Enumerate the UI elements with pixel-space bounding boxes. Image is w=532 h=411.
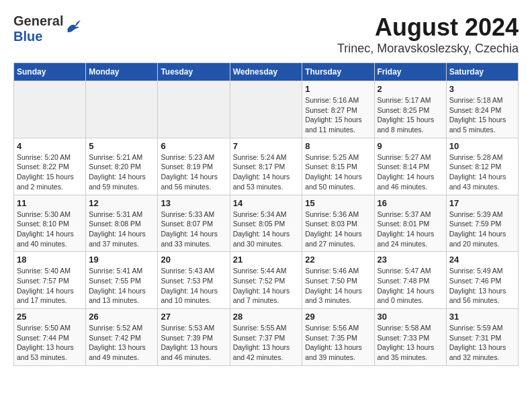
calendar-cell: 1Sunrise: 5:16 AM Sunset: 8:27 PM Daylig…: [302, 81, 374, 138]
calendar-cell: 25Sunrise: 5:50 AM Sunset: 7:44 PM Dayli…: [14, 309, 86, 366]
day-number: 8: [305, 141, 371, 151]
header-cell-friday: Friday: [374, 63, 446, 81]
calendar-cell: 19Sunrise: 5:41 AM Sunset: 7:55 PM Dayli…: [86, 252, 158, 309]
day-number: 19: [89, 255, 154, 265]
day-number: 13: [161, 198, 226, 208]
calendar-cell: 18Sunrise: 5:40 AM Sunset: 7:57 PM Dayli…: [14, 252, 86, 309]
day-number: 20: [161, 255, 226, 265]
day-number: 6: [161, 141, 226, 151]
calendar-cell: 2Sunrise: 5:17 AM Sunset: 8:25 PM Daylig…: [374, 81, 446, 138]
day-number: 18: [17, 255, 83, 265]
day-number: 27: [161, 312, 226, 322]
calendar-cell: [86, 81, 158, 138]
calendar-cell: 13Sunrise: 5:33 AM Sunset: 8:07 PM Dayli…: [158, 195, 230, 252]
calendar-cell: 9Sunrise: 5:27 AM Sunset: 8:14 PM Daylig…: [374, 138, 446, 195]
day-info: Sunrise: 5:36 AM Sunset: 8:03 PM Dayligh…: [305, 210, 371, 249]
calendar-cell: 20Sunrise: 5:43 AM Sunset: 7:53 PM Dayli…: [158, 252, 230, 309]
calendar-cell: [14, 81, 86, 138]
calendar-cell: 21Sunrise: 5:44 AM Sunset: 7:52 PM Dayli…: [230, 252, 302, 309]
calendar-cell: 30Sunrise: 5:58 AM Sunset: 7:33 PM Dayli…: [374, 309, 446, 366]
day-info: Sunrise: 5:52 AM Sunset: 7:42 PM Dayligh…: [89, 323, 154, 363]
page-header: General Blue August 2024 Trinec, Moravsk…: [13, 13, 519, 56]
header-cell-saturday: Saturday: [446, 63, 518, 81]
header-cell-sunday: Sunday: [14, 63, 86, 81]
day-info: Sunrise: 5:18 AM Sunset: 8:24 PM Dayligh…: [449, 95, 515, 135]
day-number: 9: [378, 141, 443, 151]
calendar-cell: [158, 81, 230, 138]
day-info: Sunrise: 5:49 AM Sunset: 7:46 PM Dayligh…: [449, 266, 515, 306]
calendar-cell: 17Sunrise: 5:39 AM Sunset: 7:59 PM Dayli…: [446, 195, 518, 252]
calendar-cell: 14Sunrise: 5:34 AM Sunset: 8:05 PM Dayli…: [230, 195, 302, 252]
header-cell-thursday: Thursday: [302, 63, 374, 81]
day-number: 16: [378, 198, 443, 208]
day-info: Sunrise: 5:50 AM Sunset: 7:44 PM Dayligh…: [17, 323, 83, 363]
page-title: August 2024: [337, 13, 519, 42]
calendar-cell: [230, 81, 302, 138]
logo-blue: Blue: [13, 29, 63, 44]
calendar-cell: 7Sunrise: 5:24 AM Sunset: 8:17 PM Daylig…: [230, 138, 302, 195]
calendar-cell: 24Sunrise: 5:49 AM Sunset: 7:46 PM Dayli…: [446, 252, 518, 309]
title-block: August 2024 Trinec, Moravskoslezsky, Cze…: [337, 13, 519, 56]
calendar-cell: 23Sunrise: 5:47 AM Sunset: 7:48 PM Dayli…: [374, 252, 446, 309]
calendar-table: SundayMondayTuesdayWednesdayThursdayFrid…: [13, 62, 519, 366]
day-number: 11: [17, 198, 83, 208]
day-info: Sunrise: 5:37 AM Sunset: 8:01 PM Dayligh…: [378, 210, 443, 249]
calendar-body: 1Sunrise: 5:16 AM Sunset: 8:27 PM Daylig…: [14, 81, 519, 366]
day-number: 29: [305, 312, 371, 322]
day-info: Sunrise: 5:21 AM Sunset: 8:20 PM Dayligh…: [89, 152, 154, 192]
day-number: 31: [449, 312, 515, 322]
day-info: Sunrise: 5:31 AM Sunset: 8:08 PM Dayligh…: [89, 210, 154, 249]
day-info: Sunrise: 5:30 AM Sunset: 8:10 PM Dayligh…: [17, 210, 83, 249]
calendar-cell: 27Sunrise: 5:53 AM Sunset: 7:39 PM Dayli…: [158, 309, 230, 366]
logo-text: General Blue: [13, 13, 63, 44]
logo-general: General: [13, 13, 63, 29]
day-number: 24: [449, 255, 515, 265]
day-info: Sunrise: 5:39 AM Sunset: 7:59 PM Dayligh…: [449, 210, 515, 249]
day-info: Sunrise: 5:24 AM Sunset: 8:17 PM Dayligh…: [233, 152, 300, 192]
day-number: 3: [449, 84, 515, 94]
day-number: 25: [17, 312, 83, 322]
day-info: Sunrise: 5:53 AM Sunset: 7:39 PM Dayligh…: [161, 323, 226, 363]
day-info: Sunrise: 5:28 AM Sunset: 8:12 PM Dayligh…: [449, 152, 515, 192]
day-number: 2: [378, 84, 443, 94]
logo-bird-icon: [66, 20, 81, 35]
page-subtitle: Trinec, Moravskoslezsky, Czechia: [337, 42, 519, 56]
day-number: 21: [233, 255, 300, 265]
header-cell-wednesday: Wednesday: [230, 63, 302, 81]
calendar-cell: 6Sunrise: 5:23 AM Sunset: 8:19 PM Daylig…: [158, 138, 230, 195]
day-info: Sunrise: 5:47 AM Sunset: 7:48 PM Dayligh…: [378, 266, 443, 306]
day-info: Sunrise: 5:20 AM Sunset: 8:22 PM Dayligh…: [17, 152, 83, 192]
day-number: 17: [449, 198, 515, 208]
calendar-week-2: 4Sunrise: 5:20 AM Sunset: 8:22 PM Daylig…: [14, 138, 519, 195]
day-number: 28: [233, 312, 300, 322]
day-info: Sunrise: 5:41 AM Sunset: 7:55 PM Dayligh…: [89, 266, 154, 306]
day-info: Sunrise: 5:33 AM Sunset: 8:07 PM Dayligh…: [161, 210, 226, 249]
day-number: 22: [305, 255, 371, 265]
header-cell-monday: Monday: [86, 63, 158, 81]
calendar-header: SundayMondayTuesdayWednesdayThursdayFrid…: [14, 63, 519, 81]
day-info: Sunrise: 5:46 AM Sunset: 7:50 PM Dayligh…: [305, 266, 371, 306]
calendar-cell: 4Sunrise: 5:20 AM Sunset: 8:22 PM Daylig…: [14, 138, 86, 195]
header-row: SundayMondayTuesdayWednesdayThursdayFrid…: [14, 63, 519, 81]
day-number: 7: [233, 141, 300, 151]
day-info: Sunrise: 5:44 AM Sunset: 7:52 PM Dayligh…: [233, 266, 300, 306]
day-info: Sunrise: 5:17 AM Sunset: 8:25 PM Dayligh…: [378, 95, 443, 135]
calendar-cell: 12Sunrise: 5:31 AM Sunset: 8:08 PM Dayli…: [86, 195, 158, 252]
calendar-week-3: 11Sunrise: 5:30 AM Sunset: 8:10 PM Dayli…: [14, 195, 519, 252]
calendar-cell: 16Sunrise: 5:37 AM Sunset: 8:01 PM Dayli…: [374, 195, 446, 252]
calendar-cell: 15Sunrise: 5:36 AM Sunset: 8:03 PM Dayli…: [302, 195, 374, 252]
calendar-cell: 5Sunrise: 5:21 AM Sunset: 8:20 PM Daylig…: [86, 138, 158, 195]
calendar-week-4: 18Sunrise: 5:40 AM Sunset: 7:57 PM Dayli…: [14, 252, 519, 309]
calendar-cell: 31Sunrise: 5:59 AM Sunset: 7:31 PM Dayli…: [446, 309, 518, 366]
day-info: Sunrise: 5:59 AM Sunset: 7:31 PM Dayligh…: [449, 323, 515, 363]
logo: General Blue: [13, 13, 81, 44]
calendar-cell: 11Sunrise: 5:30 AM Sunset: 8:10 PM Dayli…: [14, 195, 86, 252]
day-number: 14: [233, 198, 300, 208]
day-info: Sunrise: 5:43 AM Sunset: 7:53 PM Dayligh…: [161, 266, 226, 306]
day-info: Sunrise: 5:56 AM Sunset: 7:35 PM Dayligh…: [305, 323, 371, 363]
day-info: Sunrise: 5:34 AM Sunset: 8:05 PM Dayligh…: [233, 210, 300, 249]
day-number: 23: [378, 255, 443, 265]
day-info: Sunrise: 5:55 AM Sunset: 7:37 PM Dayligh…: [233, 323, 300, 363]
day-number: 5: [89, 141, 154, 151]
day-number: 26: [89, 312, 154, 322]
